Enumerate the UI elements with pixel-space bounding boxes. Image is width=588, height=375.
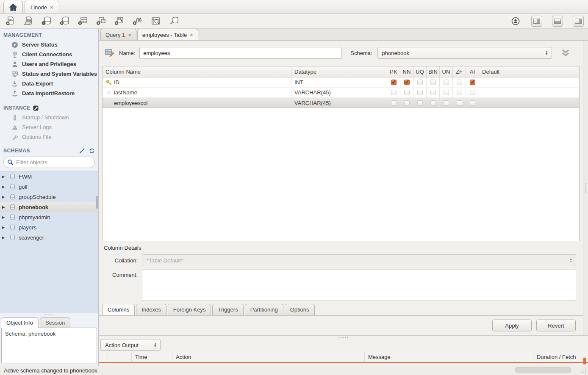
ai-checkbox[interactable] [470,90,475,95]
open-sql-script-button[interactable]: SQL [22,15,34,27]
new-sql-tab-button[interactable]: SQL [4,15,16,27]
tab-foreign-keys[interactable]: Foreign Keys [168,304,211,315]
tab-employees-table[interactable]: employees - Table × [137,29,198,40]
tab-session[interactable]: Session [40,317,70,328]
home-tab[interactable] [3,1,23,13]
pk-checkbox[interactable] [391,90,397,95]
schema-row-golf[interactable]: ▶ golf [0,182,98,192]
enterprise-icon[interactable] [510,15,521,27]
expand-schemas-icon[interactable] [79,148,85,154]
sidebar-item-data-import[interactable]: Data Import/Restore [0,88,98,98]
right-panel-splitter[interactable] [583,41,588,335]
column-row-employeescol[interactable]: employeescol VARCHAR(45) [103,98,579,108]
refresh-schemas-icon[interactable] [89,148,95,154]
stepper-icon[interactable]: ▲▼ [545,50,548,55]
expand-header-chevron-icon[interactable] [560,49,571,57]
uq-checkbox[interactable] [417,100,423,106]
tab-indexes[interactable]: Indexes [136,304,166,315]
output-horizontal-scrollbar-thumb[interactable] [515,367,571,373]
schema-row-phonebook[interactable]: ▶ phonebook [0,202,98,212]
output-splitter[interactable] [99,336,588,339]
nn-checkbox[interactable] [404,100,410,106]
schema-row-groupschedule[interactable]: ▶ groupSchedule [0,192,98,202]
sidebar-item-server-status[interactable]: Server Status [0,40,98,50]
column-row-lastname[interactable]: ◇ lastName VARCHAR(45) [103,88,579,98]
tab-triggers[interactable]: Triggers [212,304,243,315]
zf-checkbox[interactable] [457,80,462,85]
sidebar-item-system-variables[interactable]: Status and System Variables [0,69,98,79]
bin-checkbox[interactable] [430,100,436,106]
connection-tab-close-icon[interactable]: × [50,4,53,11]
uq-checkbox[interactable] [417,80,423,85]
expander-icon[interactable]: ▶ [2,195,6,199]
ai-checkbox[interactable] [470,80,475,85]
bin-checkbox[interactable] [430,80,436,85]
create-procedure-button[interactable] [114,15,125,27]
collation-select[interactable]: *Table Default* ▲▼ [142,254,576,266]
sidebar-item-server-logs[interactable]: Server Logs [0,122,98,132]
window-resize-grip-icon[interactable] [580,367,587,374]
users-icon [11,61,18,68]
schema-inspector-button[interactable]: i [41,15,53,27]
connection-tab-label: Linode [31,4,47,11]
connection-tab-linode[interactable]: Linode × [25,1,59,13]
tab-object-info[interactable]: Object Info [1,317,39,328]
create-view-button[interactable] [95,15,107,27]
search-table-data-button[interactable] [150,15,162,27]
schema-row-fwm[interactable]: ▶ FWM [0,171,98,182]
sidebar-item-users-privileges[interactable]: Users and Privileges [0,59,98,69]
schema-row-players[interactable]: ▶ players [0,222,98,232]
sidebar-item-client-connections[interactable]: Client Connections [0,50,98,59]
sidebar-item-options-file[interactable]: Options File [0,132,98,142]
un-checkbox[interactable] [444,100,449,106]
schema-icon [9,234,16,240]
create-table-button[interactable] [77,15,89,27]
sidebar-scrollbar-thumb[interactable] [96,196,98,209]
nn-checkbox[interactable] [404,90,410,95]
pk-checkbox[interactable] [391,80,397,85]
tab-partitioning[interactable]: Partitioning [245,304,283,315]
schema-select[interactable]: phonebook ▲▼ [377,47,552,59]
tab-query-1[interactable]: Query 1 × [100,29,136,40]
bin-checkbox[interactable] [430,90,436,95]
expander-icon[interactable]: ▶ [2,205,6,209]
toggle-right-panel-button[interactable] [573,16,584,27]
revert-button[interactable]: Revert [536,320,576,331]
un-checkbox[interactable] [444,80,449,85]
expander-icon[interactable]: ▶ [2,175,6,179]
schema-row-phpmyadmin[interactable]: ▶ phpmyadmin [0,212,98,222]
tab-options[interactable]: Options [285,304,315,315]
reconnect-dbms-button[interactable] [168,15,180,27]
table-name-input[interactable] [140,50,341,56]
expander-icon[interactable]: ▶ [2,215,6,219]
toggle-bottom-panel-button[interactable] [552,16,563,27]
output-view-select[interactable]: Action Output ▲▼ [100,339,161,351]
table-tab-close-icon[interactable]: × [190,32,193,38]
sidebar-item-startup-shutdown[interactable]: Startup / Shutdown [0,113,98,122]
schema-filter-input[interactable] [16,159,91,165]
schema-row-scavenger[interactable]: ▶ scavenger [0,232,98,243]
ai-checkbox[interactable] [470,100,475,106]
create-function-button[interactable]: {0} [132,15,144,27]
comment-textarea[interactable] [142,270,576,301]
sidebar-item-data-export[interactable]: Data Export [0,79,98,88]
grid-empty-area[interactable] [103,108,579,241]
zf-checkbox[interactable] [457,100,462,106]
name-label: Name: [119,50,135,56]
create-schema-button[interactable] [59,15,71,27]
tab-columns[interactable]: Columns [102,304,135,315]
un-checkbox[interactable] [444,90,449,95]
nn-checkbox[interactable] [404,80,410,85]
toggle-left-panel-button[interactable] [531,16,542,27]
column-row-id[interactable]: ID INT [103,77,579,88]
schema-icon [9,174,16,179]
expander-icon[interactable]: ▶ [2,185,6,189]
apply-button[interactable]: Apply [492,320,532,331]
uq-checkbox[interactable] [417,90,423,95]
zf-checkbox[interactable] [457,90,462,95]
sidebar-splitter[interactable] [0,313,98,317]
expander-icon[interactable]: ▶ [2,236,6,240]
expander-icon[interactable]: ▶ [2,226,6,229]
pk-checkbox[interactable] [391,100,397,106]
query-tab-close-icon[interactable]: × [128,32,131,38]
